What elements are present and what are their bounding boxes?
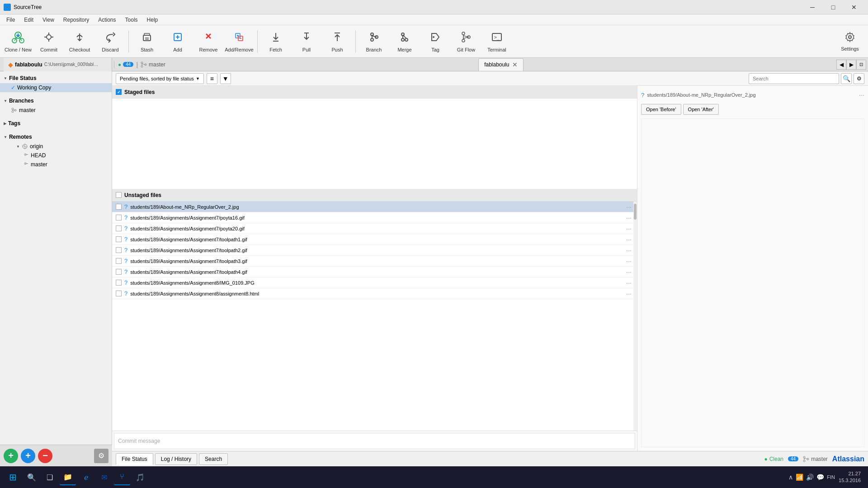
- file-more-btn[interactable]: ···: [624, 258, 633, 265]
- menu-help[interactable]: Help: [142, 16, 163, 24]
- search-input[interactable]: [749, 73, 839, 84]
- nav-expand-button[interactable]: ⊡: [856, 60, 866, 70]
- add-remote-repo-btn[interactable]: +: [21, 449, 35, 463]
- outlook-btn[interactable]: ✉: [96, 469, 112, 485]
- file-more-btn[interactable]: ···: [624, 225, 633, 232]
- repo-tab-fablaboulu[interactable]: fablaboulu ✕: [478, 58, 523, 71]
- staged-checkbox[interactable]: ✓: [116, 89, 122, 95]
- settings-button[interactable]: Settings: [835, 27, 864, 56]
- close-button[interactable]: ✕: [844, 0, 864, 14]
- remove-repo-btn[interactable]: −: [38, 449, 52, 463]
- taskbar-clock[interactable]: 21.27 15.3.2016: [839, 470, 861, 484]
- remote-head-item[interactable]: HEAD: [0, 151, 112, 160]
- discard-button[interactable]: Discard: [96, 27, 125, 56]
- working-copy-item[interactable]: ✓ Working Copy: [0, 83, 112, 92]
- commit-button[interactable]: Commit: [34, 27, 63, 56]
- pull-button[interactable]: Pull: [292, 27, 321, 56]
- file-status-header[interactable]: ▼ File Status: [0, 73, 112, 83]
- file-more-btn[interactable]: ···: [624, 279, 633, 286]
- file-row[interactable]: ? students/189/Assignments/Assignment8/I…: [112, 277, 637, 288]
- file-more-btn[interactable]: ···: [624, 268, 633, 276]
- file-more-btn[interactable]: ···: [624, 290, 633, 297]
- tray-notif-icon[interactable]: 💬: [816, 474, 824, 481]
- file-row[interactable]: ? students/189/Assignments/Assignment7/t…: [112, 245, 637, 256]
- nav-forward-button[interactable]: ▶: [846, 60, 856, 70]
- remote-master-item[interactable]: master: [0, 160, 112, 169]
- nav-back-button[interactable]: ◀: [836, 60, 846, 70]
- file-checkbox[interactable]: [116, 225, 122, 231]
- search-submit-btn[interactable]: 🔍: [841, 73, 852, 84]
- file-checkbox[interactable]: [116, 236, 122, 242]
- remove-button[interactable]: Remove: [194, 27, 223, 56]
- tag-button[interactable]: Tag: [421, 27, 450, 56]
- menu-view[interactable]: View: [38, 16, 59, 24]
- open-after-button[interactable]: Open 'After': [683, 104, 719, 115]
- tab-file-status[interactable]: File Status: [116, 453, 153, 465]
- merge-button[interactable]: Merge: [390, 27, 419, 56]
- file-row[interactable]: ? students/189/About-me_NRp_RegularOver_…: [112, 202, 637, 212]
- file-more-btn[interactable]: ···: [624, 236, 633, 243]
- sidebar-settings-btn[interactable]: ⚙: [94, 449, 108, 463]
- taskbar-search-btn[interactable]: 🔍: [24, 469, 40, 485]
- file-more-btn[interactable]: ···: [624, 214, 633, 221]
- file-checkbox[interactable]: [116, 269, 122, 275]
- file-checkbox[interactable]: [116, 280, 122, 286]
- repo-tab-close[interactable]: ✕: [512, 61, 518, 68]
- file-more-btn[interactable]: ···: [624, 203, 633, 211]
- open-before-button[interactable]: Open 'Before': [641, 104, 681, 115]
- file-checkbox[interactable]: [116, 247, 122, 253]
- file-status-dropdown[interactable]: Pending files, sorted by file status ▼: [116, 73, 204, 84]
- push-button[interactable]: Push: [323, 27, 352, 56]
- checkout-button[interactable]: Checkout: [65, 27, 94, 56]
- remote-origin-item[interactable]: ▼ origin: [0, 142, 112, 151]
- menu-actions[interactable]: Actions: [94, 16, 120, 24]
- commit-message-input[interactable]: Commit message: [114, 433, 635, 449]
- stash-button[interactable]: Stash: [132, 27, 161, 56]
- menu-edit[interactable]: Edit: [19, 16, 38, 24]
- file-checkbox[interactable]: [116, 291, 122, 296]
- fetch-button[interactable]: Fetch: [261, 27, 290, 56]
- add-local-repo-btn[interactable]: +: [4, 449, 18, 463]
- add-button[interactable]: Add: [163, 27, 192, 56]
- maximize-button[interactable]: □: [823, 0, 844, 14]
- branch-master-item[interactable]: master: [0, 106, 112, 115]
- file-checkbox[interactable]: [116, 258, 122, 264]
- tray-volume-icon[interactable]: 🔊: [806, 474, 814, 481]
- branch-button[interactable]: Branch: [359, 27, 388, 56]
- add-remove-button[interactable]: Add/Remove: [225, 27, 254, 56]
- menu-file[interactable]: File: [2, 16, 19, 24]
- file-row[interactable]: ? students/189/Assignments/Assignment8/a…: [112, 288, 637, 299]
- file-explorer-btn[interactable]: 📁: [60, 469, 76, 485]
- view-toggle-btn[interactable]: ≡: [207, 73, 217, 84]
- tab-search[interactable]: Search: [199, 453, 228, 465]
- clone-new-button[interactable]: Clone / New: [4, 27, 33, 56]
- file-row[interactable]: ? students/189/Assignments/Assignment7/t…: [112, 256, 637, 267]
- menu-tools[interactable]: Tools: [121, 16, 142, 24]
- menu-repository[interactable]: Repository: [59, 16, 94, 24]
- tray-network-icon[interactable]: 📶: [796, 474, 803, 481]
- sourcetree-taskbar-btn[interactable]: ⑂: [114, 469, 130, 485]
- tab-log-history[interactable]: Log / History: [155, 453, 197, 465]
- branches-header[interactable]: ▼ Branches: [0, 96, 112, 106]
- file-row[interactable]: ? students/189/Assignments/Assignment7/t…: [112, 267, 637, 277]
- file-checkbox[interactable]: [116, 204, 122, 210]
- remotes-header[interactable]: ▼ Remotes: [0, 132, 112, 142]
- file-row[interactable]: ? students/189/Assignments/Assignment7/t…: [112, 234, 637, 245]
- file-checkbox[interactable]: [116, 215, 122, 221]
- view-toggle-btn-2[interactable]: ▼: [220, 73, 231, 84]
- ie-btn[interactable]: ℯ: [78, 469, 94, 485]
- search-settings-btn[interactable]: ⚙: [854, 73, 864, 84]
- minimize-button[interactable]: ─: [802, 0, 823, 14]
- file-more-btn[interactable]: ···: [624, 247, 633, 254]
- file-row[interactable]: ? students/189/Assignments/Assignment7/p…: [112, 223, 637, 234]
- terminal-button[interactable]: >_ Terminal: [482, 27, 511, 56]
- vertical-scrollbar[interactable]: [633, 202, 637, 431]
- unstaged-checkbox[interactable]: [116, 192, 122, 198]
- tray-up-icon[interactable]: ∧: [788, 474, 793, 481]
- task-view-btn[interactable]: ❑: [42, 469, 58, 485]
- file-row[interactable]: ? students/189/Assignments/Assignment7/p…: [112, 212, 637, 223]
- other-app-btn[interactable]: 🎵: [132, 469, 148, 485]
- diff-more-btn[interactable]: ···: [859, 91, 864, 99]
- git-flow-button[interactable]: Git Flow: [452, 27, 481, 56]
- tags-header[interactable]: ▶ Tags: [0, 118, 112, 128]
